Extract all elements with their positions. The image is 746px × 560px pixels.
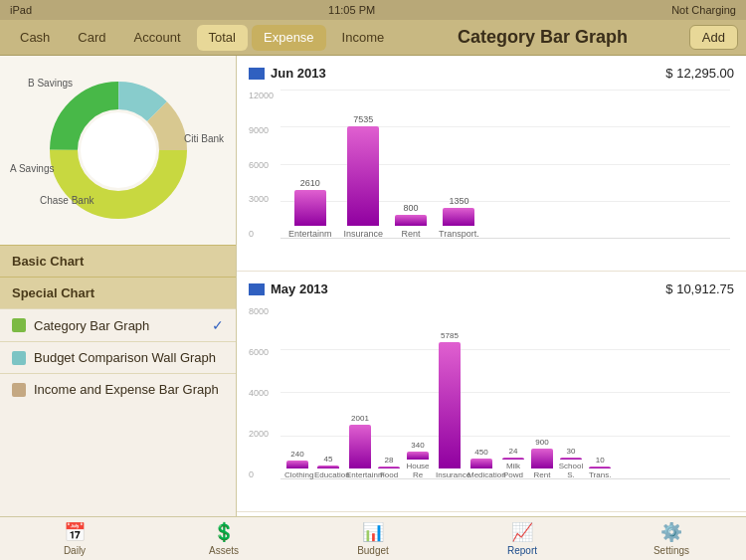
sidebar-item-category-bar[interactable]: Category Bar Graph ✓ bbox=[0, 308, 236, 341]
bar-group: 900 Rent bbox=[531, 438, 553, 479]
battery-label: Not Charging bbox=[671, 4, 736, 16]
bars-jun: 2610 Entertainm 7535 Insurance 800 Rent bbox=[280, 114, 730, 239]
color-dot-category bbox=[12, 318, 26, 332]
status-bar: iPad 11:05 PM Not Charging bbox=[0, 0, 746, 20]
donut-label-bsavings: B Savings bbox=[28, 78, 73, 89]
sidebar-item-label-category: Category Bar Graph bbox=[34, 318, 149, 333]
bar-label: House Re bbox=[404, 462, 432, 479]
bar-group: 240 Clothing bbox=[284, 450, 310, 479]
carrier-label: iPad bbox=[10, 4, 32, 16]
nav-assets-label: Assets bbox=[209, 545, 239, 556]
bar-group: 7535 Insurance bbox=[344, 114, 384, 239]
checkmark-icon: ✓ bbox=[212, 317, 224, 333]
bar bbox=[317, 466, 339, 468]
y-tick: 12000 bbox=[249, 91, 274, 100]
y-tick: 4000 bbox=[249, 388, 269, 398]
nav-settings[interactable]: ⚙️ Settings bbox=[597, 517, 746, 560]
bar-value: 45 bbox=[324, 455, 333, 464]
bar bbox=[294, 190, 326, 226]
bar-group: 24 Milk Powd bbox=[499, 447, 527, 479]
sidebar-item-label-income: Income and Expense Bar Graph bbox=[34, 382, 219, 397]
bar-value: 10 bbox=[596, 456, 605, 465]
add-button[interactable]: Add bbox=[689, 25, 738, 50]
y-tick: 9000 bbox=[249, 125, 274, 135]
y-tick: 6000 bbox=[249, 347, 269, 357]
bar-value: 900 bbox=[535, 438, 548, 447]
color-dot-budget bbox=[12, 351, 26, 365]
nav-budget[interactable]: 📊 Budget bbox=[298, 517, 448, 560]
bar-value: 2001 bbox=[351, 414, 369, 423]
bar bbox=[347, 126, 379, 226]
chart-body-may: 0 2000 4000 6000 8000 240 Clothi bbox=[249, 302, 734, 501]
content-area[interactable]: Jun 2013 $ 12,295.00 0 3000 6000 9000 12… bbox=[237, 56, 746, 516]
y-tick: 2000 bbox=[249, 429, 269, 439]
bar-label: Food bbox=[380, 470, 398, 479]
assets-icon: 💲 bbox=[213, 521, 235, 543]
y-axis-jun: 0 3000 6000 9000 12000 bbox=[249, 91, 274, 239]
bar bbox=[395, 215, 427, 226]
sidebar-item-budget-comparison[interactable]: Budget Comparison Wall Graph bbox=[0, 341, 236, 373]
chart-section-apr: Apr 2013 $ 1,665.00 0 600 900 1200 bbox=[237, 512, 746, 516]
bar-value: 5785 bbox=[441, 331, 459, 340]
daily-icon: 📅 bbox=[64, 521, 86, 543]
bar-label: Trans. bbox=[589, 470, 611, 479]
bar-group: 450 Medication bbox=[467, 448, 495, 479]
bar bbox=[439, 342, 461, 468]
bar bbox=[589, 467, 611, 468]
chart-month-jun: Jun 2013 bbox=[271, 66, 326, 81]
page-title: Category Bar Graph bbox=[400, 27, 685, 48]
tab-account[interactable]: Account bbox=[122, 25, 193, 51]
report-icon: 📈 bbox=[511, 521, 533, 543]
bar-value: 340 bbox=[411, 441, 424, 450]
bar-value: 800 bbox=[404, 203, 419, 213]
basic-chart-section: Basic Chart bbox=[0, 245, 236, 277]
tab-total[interactable]: Total bbox=[197, 25, 248, 51]
chart-header-jun: Jun 2013 $ 12,295.00 bbox=[249, 66, 734, 81]
nav-daily-label: Daily bbox=[64, 545, 86, 556]
bar-group: 5785 Insurance bbox=[436, 331, 464, 479]
nav-assets[interactable]: 💲 Assets bbox=[149, 517, 298, 560]
bar-label: Medication bbox=[467, 470, 495, 479]
bar bbox=[378, 467, 400, 468]
bar-group: 10 Trans. bbox=[589, 456, 611, 479]
bar-label: Entertainm bbox=[346, 470, 374, 479]
bar-group: 800 Rent bbox=[395, 203, 427, 239]
flag-icon-jun bbox=[249, 68, 265, 80]
grid-line bbox=[280, 90, 730, 91]
bar-label: Entertainm bbox=[288, 229, 332, 239]
y-axis-may: 0 2000 4000 6000 8000 bbox=[249, 306, 269, 479]
bar bbox=[470, 459, 492, 468]
bar-value: 7535 bbox=[353, 114, 373, 124]
bar-value: 28 bbox=[385, 456, 394, 465]
tab-income[interactable]: Income bbox=[330, 25, 397, 51]
bar-label: Insurance bbox=[344, 229, 384, 239]
sidebar-item-income-expense[interactable]: Income and Expense Bar Graph bbox=[0, 373, 236, 405]
bar-group: 28 Food bbox=[378, 456, 400, 479]
nav-daily[interactable]: 📅 Daily bbox=[0, 517, 149, 560]
main-layout: B Savings Citi Bank A Savings Chase Bank… bbox=[0, 56, 746, 516]
bar-label: School S. bbox=[557, 462, 585, 479]
bars-may: 240 Clothing 45 Education 2001 Entertain… bbox=[280, 331, 730, 479]
nav-report[interactable]: 📈 Report bbox=[448, 517, 597, 560]
tab-card[interactable]: Card bbox=[66, 25, 117, 51]
tab-cash[interactable]: Cash bbox=[8, 25, 62, 51]
bottom-nav: 📅 Daily 💲 Assets 📊 Budget 📈 Report ⚙️ Se… bbox=[0, 516, 746, 560]
bar-value: 24 bbox=[509, 447, 518, 456]
chart-section-jun: Jun 2013 $ 12,295.00 0 3000 6000 9000 12… bbox=[237, 56, 746, 272]
chart-amount-may: $ 10,912.75 bbox=[665, 281, 734, 296]
y-tick: 8000 bbox=[249, 306, 269, 316]
bar bbox=[531, 449, 553, 468]
chart-month-may: May 2013 bbox=[271, 281, 328, 296]
donut-label-chase: Chase Bank bbox=[40, 195, 93, 206]
bar bbox=[443, 208, 474, 226]
bar-group: 30 School S. bbox=[557, 447, 585, 479]
donut-label-asavings: A Savings bbox=[10, 163, 54, 174]
tab-expense[interactable]: Expense bbox=[252, 25, 326, 51]
donut-label-citi: Citi Bank bbox=[184, 133, 224, 144]
bar bbox=[560, 458, 582, 460]
bar-group: 2610 Entertainm bbox=[288, 178, 332, 239]
time-label: 11:05 PM bbox=[328, 4, 375, 16]
special-chart-section[interactable]: Special Chart bbox=[0, 277, 236, 308]
y-tick: 6000 bbox=[249, 160, 274, 170]
bar-label: Insurance bbox=[436, 470, 464, 479]
